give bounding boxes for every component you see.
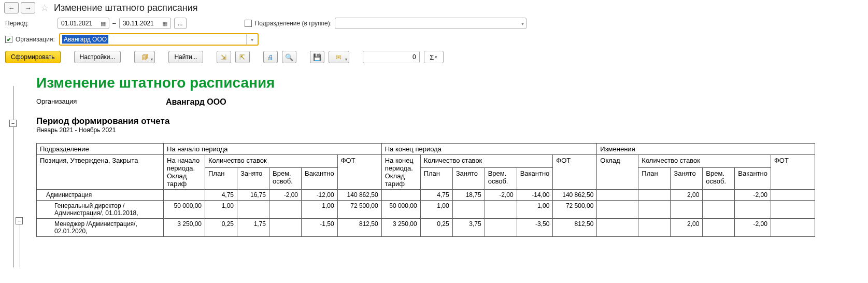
- cell: [597, 219, 638, 237]
- expand-tree-button[interactable]: ⇲: [217, 51, 231, 63]
- print-preview-button[interactable]: 🔍: [282, 51, 296, 63]
- cell: [638, 219, 671, 237]
- th-fot-end: ФОТ: [553, 155, 597, 190]
- outline-collapse-node[interactable]: −: [9, 120, 17, 127]
- copy-split-button[interactable]: 🗐 ▾: [134, 51, 155, 63]
- cell: 72 500,00: [337, 201, 381, 219]
- row-label: Менеджер /Администрация/, 02.01.2020,: [37, 219, 164, 237]
- date-to-input[interactable]: 30.11.2021 ▦: [119, 18, 171, 29]
- department-dropdown[interactable]: ▾: [335, 18, 527, 29]
- back-button[interactable]: ←: [4, 2, 19, 13]
- print-icon: 🖨: [267, 53, 274, 61]
- send-email-split-button[interactable]: ✉ ▾: [329, 51, 349, 63]
- cell: 18,75: [452, 190, 485, 201]
- sigma-icon: Σ: [430, 53, 434, 61]
- cell: 50 000,00: [381, 201, 420, 219]
- cell: [703, 190, 735, 201]
- favorite-star-icon[interactable]: ☆: [40, 2, 49, 13]
- th-stavok-start: Количество ставок: [205, 155, 338, 168]
- cell: [381, 190, 420, 201]
- cell: 1,00: [420, 201, 452, 219]
- outline-gutter: − −: [5, 70, 26, 267]
- cell: [703, 201, 735, 219]
- generate-button[interactable]: Сформировать: [5, 51, 61, 63]
- cell: [597, 201, 638, 219]
- cell: 4,75: [205, 190, 237, 201]
- cell: 812,50: [553, 219, 597, 237]
- th-vakant: Вакантно: [735, 167, 771, 189]
- organization-checkbox[interactable]: [5, 36, 12, 43]
- cell: 16,75: [237, 190, 269, 201]
- department-label: Подразделение (в группе):: [255, 20, 332, 27]
- th-fot-chg: ФОТ: [771, 155, 815, 190]
- table-row[interactable]: Администрация 4,75 16,75 -2,00 -12,00 14…: [37, 190, 815, 201]
- th-stavok-end: Количество ставок: [420, 155, 553, 168]
- collapse-tree-button[interactable]: ⇱: [235, 51, 250, 63]
- print-preview-icon: 🔍: [285, 53, 293, 61]
- print-button[interactable]: 🖨: [263, 51, 278, 63]
- report-period-heading: Период формирования отчета: [36, 116, 863, 126]
- generate-label: Сформировать: [11, 53, 55, 61]
- cell: 72 500,00: [553, 201, 597, 219]
- th-plan: План: [420, 167, 452, 189]
- calendar-icon[interactable]: ▦: [162, 20, 167, 27]
- date-from-value: 01.01.2021: [61, 20, 92, 27]
- cell: [735, 201, 771, 219]
- cell: 4,75: [420, 190, 452, 201]
- period-builder-button[interactable]: ...: [174, 18, 187, 29]
- cell: [771, 219, 815, 237]
- cell: 0,25: [205, 219, 237, 237]
- page-title: Изменение штатного расписания: [54, 3, 198, 13]
- cell: 812,50: [337, 219, 381, 237]
- organization-field[interactable]: Авангард ООО ▾: [59, 33, 259, 46]
- chevron-down-icon: ▾: [435, 54, 437, 60]
- settings-button[interactable]: Настройки...: [74, 51, 121, 63]
- th-changes: Изменения: [597, 144, 815, 155]
- cell: [164, 190, 205, 201]
- cell: 1,75: [237, 219, 269, 237]
- th-zanyato: Занято: [671, 167, 703, 189]
- cell: [771, 190, 815, 201]
- th-vakant: Вакантно: [302, 167, 338, 189]
- th-zanyato: Занято: [237, 167, 269, 189]
- th-stavok-chg: Количество ставок: [638, 155, 771, 168]
- organization-value: Авангард ООО: [62, 35, 108, 44]
- th-start-period: На начало периода: [164, 144, 382, 155]
- sum-button[interactable]: Σ ▾: [424, 51, 444, 63]
- th-end-tarif: На конец периода. Оклад тариф: [381, 155, 420, 190]
- cell: -2,00: [735, 219, 771, 237]
- email-icon: ✉: [336, 53, 341, 61]
- cell: -2,00: [269, 190, 302, 201]
- th-fot-start: ФОТ: [337, 155, 381, 190]
- outline-collapse-node[interactable]: −: [16, 217, 23, 224]
- copy-icon: 🗐: [141, 53, 148, 61]
- cell: [671, 201, 703, 219]
- save-button[interactable]: 💾: [310, 51, 324, 63]
- cell: 1,00: [302, 201, 338, 219]
- date-from-input[interactable]: 01.01.2021 ▦: [58, 18, 109, 29]
- th-plan: План: [205, 167, 237, 189]
- forward-button[interactable]: →: [21, 2, 35, 13]
- organization-dropdown-button[interactable]: ▾: [246, 34, 258, 45]
- th-vakant: Вакантно: [517, 167, 553, 189]
- cell: -14,00: [517, 190, 553, 201]
- find-button[interactable]: Найти...: [168, 51, 203, 63]
- ellipsis-icon: ...: [178, 20, 183, 27]
- numeric-spinner[interactable]: 0: [363, 51, 420, 63]
- cell: [703, 219, 735, 237]
- report-table: Подразделение На начало периода На конец…: [36, 143, 815, 237]
- table-row[interactable]: Менеджер /Администрация/, 02.01.2020, 3 …: [37, 219, 815, 237]
- cell: 1,00: [517, 201, 553, 219]
- cell: [638, 201, 671, 219]
- cell: -12,00: [302, 190, 338, 201]
- cell: 2,00: [671, 219, 703, 237]
- calendar-icon[interactable]: ▦: [101, 20, 106, 27]
- cell: 50 000,00: [164, 201, 205, 219]
- tree-expand-icon: ⇲: [221, 53, 226, 61]
- table-row[interactable]: Генеральный директор /Администрация/, 01…: [37, 201, 815, 219]
- settings-label: Настройки...: [80, 53, 116, 61]
- cell: -2,00: [735, 190, 771, 201]
- outline-line: [20, 221, 20, 267]
- th-oklad-chg: Оклад: [597, 155, 638, 190]
- department-checkbox[interactable]: [245, 20, 252, 27]
